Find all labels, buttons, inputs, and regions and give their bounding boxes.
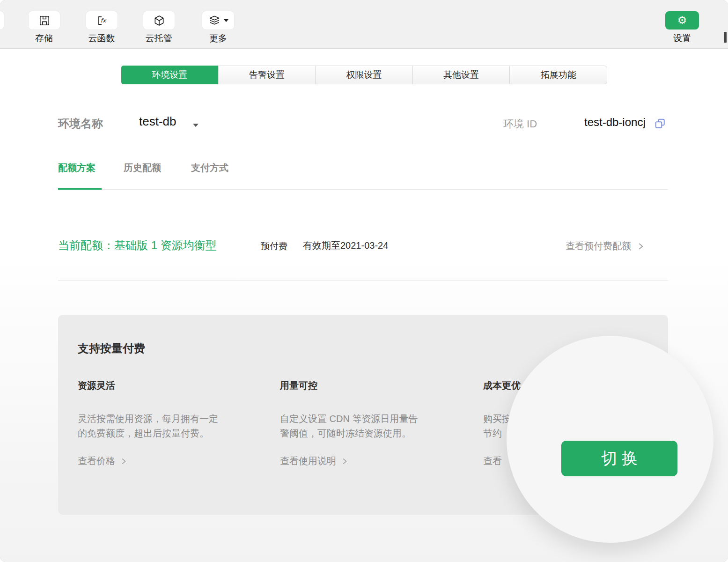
more-label: 更多 (190, 32, 246, 44)
clipped-toolbar-button[interactable] (0, 11, 4, 30)
layers-icon (208, 15, 221, 27)
env-name-value[interactable]: test-db (139, 114, 176, 129)
subtab-active-indicator (58, 188, 102, 190)
settings-label: 设置 (654, 32, 710, 44)
subtab-quota-plan[interactable]: 配额方案 (58, 162, 96, 174)
panel-column-usage-control: 用量可控 自定义设置 CDN 等资源日用量告 警阈值，可随时冻结资源使用。 查看… (280, 379, 467, 467)
env-id-value: test-db-ioncj (584, 116, 646, 129)
column-body: 自定义设置 CDN 等资源日用量告 警阈值，可随时冻结资源使用。 (280, 412, 467, 441)
panel-column-resource-flex: 资源灵活 灵活按需使用资源，每月拥有一定 的免费额度，超出后按量付费。 查看价格 (78, 379, 265, 467)
storage-button[interactable] (29, 11, 60, 30)
env-dropdown-caret-icon[interactable] (193, 124, 199, 127)
chevron-down-icon (224, 19, 228, 22)
current-quota-text: 当前配额：基础版 1 资源均衡型 (58, 238, 217, 253)
tab-permission-settings[interactable]: 权限设置 (315, 66, 412, 84)
gear-icon: ⚙ (677, 15, 687, 26)
env-id-label: 环境 ID (503, 117, 537, 131)
cloud-run-label: 云托管 (131, 32, 187, 44)
cloud-function-label: 云函数 (74, 32, 130, 44)
chevron-right-icon (342, 458, 347, 465)
view-prepaid-quota-label: 查看预付费配额 (566, 240, 631, 252)
settings-tabgroup: 环境设置 告警设置 权限设置 其他设置 拓展功能 (121, 66, 607, 84)
storage-label: 存储 (16, 32, 72, 44)
cube-icon (153, 15, 165, 27)
panel-title: 支持按量付费 (78, 341, 145, 356)
view-price-link[interactable]: 查看价格 (78, 455, 265, 467)
function-icon: fx (96, 15, 108, 27)
subtab-history-quota[interactable]: 历史配额 (124, 162, 161, 174)
svg-text:fx: fx (100, 17, 106, 24)
view-link-clipped-label: 查看 (483, 455, 502, 467)
copy-icon[interactable] (654, 118, 666, 129)
cloud-run-button[interactable] (143, 11, 175, 30)
chevron-right-icon (121, 458, 126, 465)
view-usage-guide-label: 查看使用说明 (280, 455, 336, 467)
column-body: 灵活按需使用资源，每月拥有一定 的免费额度，超出后按量付费。 (78, 412, 265, 441)
app-window: 存储 fx 云函数 云托管 (0, 0, 728, 562)
view-prepaid-quota-link[interactable]: 查看预付费配额 (566, 240, 644, 252)
clipped-toolbar-item (724, 32, 727, 43)
cloud-function-button[interactable]: fx (86, 11, 118, 30)
magnifier-circle (507, 336, 713, 543)
column-title: 资源灵活 (78, 379, 265, 392)
toolbar: 存储 fx 云函数 云托管 (0, 0, 728, 49)
more-button[interactable] (202, 11, 234, 30)
tab-alarm-settings[interactable]: 告警设置 (218, 66, 316, 84)
view-usage-guide-link[interactable]: 查看使用说明 (280, 455, 467, 467)
switch-button[interactable]: 切换 (561, 441, 677, 476)
subtab-divider (58, 189, 668, 190)
env-name-label: 环境名称 (58, 116, 103, 131)
section-divider (58, 280, 668, 281)
column-title: 用量可控 (280, 379, 467, 392)
subtab-payment-method[interactable]: 支付方式 (191, 162, 228, 174)
floppy-icon (38, 15, 51, 27)
tab-other-settings[interactable]: 其他设置 (412, 66, 510, 84)
view-price-label: 查看价格 (78, 455, 115, 467)
tab-extensions[interactable]: 拓展功能 (509, 66, 607, 84)
validity-text: 有效期至2021-03-24 (303, 239, 388, 252)
settings-button[interactable]: ⚙ (665, 11, 699, 30)
billing-mode-text: 预付费 (261, 240, 287, 252)
tab-env-settings[interactable]: 环境设置 (121, 66, 218, 84)
chevron-right-icon (638, 242, 644, 251)
